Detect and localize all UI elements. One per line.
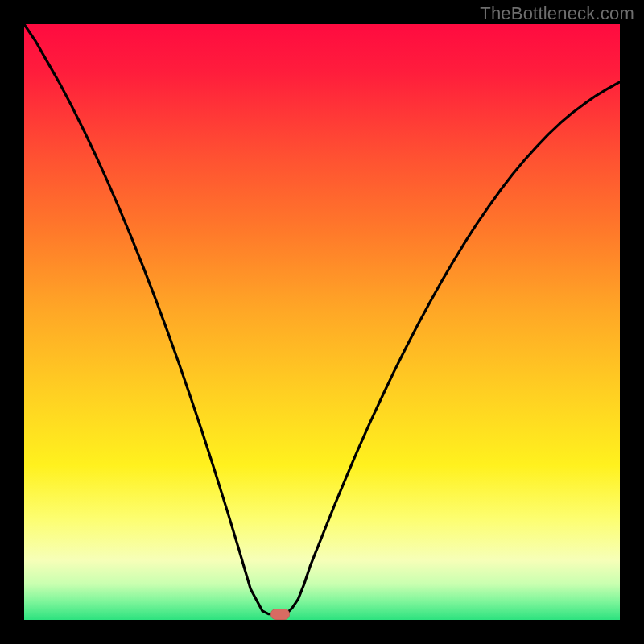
plot-area: [24, 24, 620, 620]
chart-frame: TheBottleneck.com: [0, 0, 644, 644]
curve-svg: [24, 24, 620, 620]
min-marker: [270, 609, 290, 620]
bottleneck-curve: [24, 24, 620, 614]
watermark-text: TheBottleneck.com: [480, 3, 634, 24]
